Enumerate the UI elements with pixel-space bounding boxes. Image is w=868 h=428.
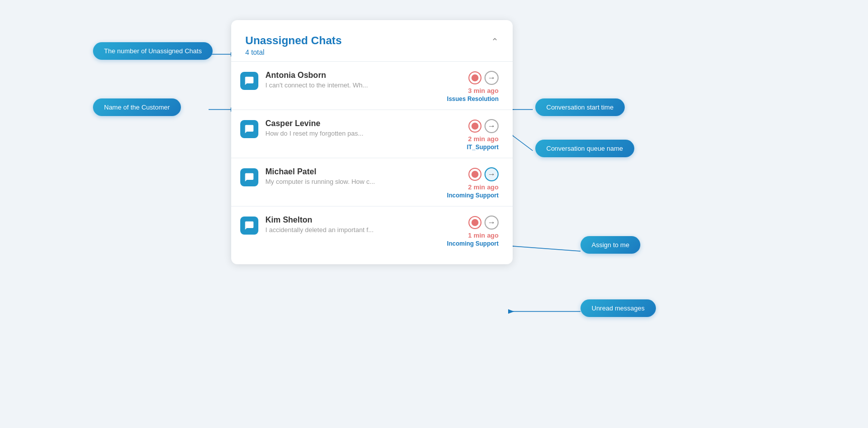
- chat-preview: My computer is running slow. How c...: [265, 178, 426, 185]
- annotation-unassigned-count: The number of Unassigned Chats: [93, 42, 213, 60]
- unread-dot: [468, 168, 481, 181]
- panel-bottom-space: [231, 254, 513, 264]
- chat-preview: I can't connect to the internet. Wh...: [265, 81, 426, 89]
- chat-icon: [240, 120, 258, 138]
- chat-queue: Issues Resolution: [447, 95, 499, 102]
- assign-button[interactable]: →: [485, 71, 499, 85]
- chat-info: Casper Levine How do I reset my forgotte…: [265, 119, 448, 137]
- chat-info: Kim Shelton I accidentally deleted an im…: [265, 216, 442, 234]
- chat-actions: →: [468, 167, 499, 181]
- chat-queue: IT_Support: [467, 144, 499, 151]
- unread-dot: [468, 71, 481, 84]
- chat-icon: [240, 168, 258, 186]
- unread-dot-inner: [471, 123, 478, 130]
- chat-meta: → 2 min ago Incoming Support: [447, 167, 499, 199]
- page-container: The number of Unassigned Chats Name of t…: [0, 0, 868, 428]
- annotation-customer-name: Name of the Customer: [93, 98, 181, 116]
- chat-row[interactable]: Antonia Osborn I can't connect to the in…: [231, 61, 513, 110]
- chat-row[interactable]: Kim Shelton I accidentally deleted an im…: [231, 206, 513, 254]
- annotation-conversation-start-time: Conversation start time: [535, 98, 625, 116]
- panel-header: Unassigned Chats 4 total ⌃: [231, 20, 513, 61]
- chat-name: Kim Shelton: [265, 216, 442, 225]
- chat-time: 2 min ago: [468, 135, 499, 143]
- chat-actions: →: [468, 119, 499, 133]
- chat-queue: Incoming Support: [447, 192, 499, 199]
- chat-list: Antonia Osborn I can't connect to the in…: [231, 61, 513, 254]
- chat-icon: [240, 217, 258, 235]
- chat-name: Casper Levine: [265, 119, 448, 128]
- chat-panel: Unassigned Chats 4 total ⌃ Antonia Osbor…: [231, 20, 513, 264]
- unread-dot: [468, 216, 481, 229]
- unread-dot-inner: [471, 74, 478, 81]
- chat-actions: →: [468, 71, 499, 85]
- chat-row[interactable]: Michael Patel My computer is running slo…: [231, 158, 513, 206]
- panel-header-left: Unassigned Chats 4 total: [245, 34, 342, 56]
- unread-dot-inner: [471, 171, 478, 178]
- chat-preview: How do I reset my forgotten pas...: [265, 130, 426, 137]
- chat-meta: → 1 min ago Incoming Support: [447, 216, 499, 247]
- chat-bubble-icon: [244, 124, 254, 134]
- svg-line-3: [513, 136, 533, 151]
- annotation-unread-messages: Unread messages: [581, 299, 656, 317]
- chat-meta: → 3 min ago Issues Resolution: [447, 71, 499, 102]
- chat-bubble-icon: [244, 76, 254, 86]
- chat-name: Antonia Osborn: [265, 71, 442, 80]
- chat-row[interactable]: Casper Levine How do I reset my forgotte…: [231, 110, 513, 158]
- panel-title: Unassigned Chats: [245, 34, 342, 47]
- svg-line-4: [513, 246, 581, 251]
- chat-bubble-icon: [244, 172, 254, 182]
- annotation-assign-to-me[interactable]: Assign to me: [581, 236, 640, 254]
- chat-meta: → 2 min ago IT_Support: [453, 119, 499, 151]
- chat-actions: →: [468, 216, 499, 230]
- chat-preview: I accidentally deleted an important f...: [265, 226, 426, 234]
- chat-icon: [240, 72, 258, 90]
- annotation-conversation-queue-name: Conversation queue name: [535, 140, 634, 157]
- assign-button[interactable]: →: [485, 216, 499, 230]
- panel-collapse-button[interactable]: ⌃: [491, 36, 499, 47]
- chat-time: 3 min ago: [468, 87, 499, 94]
- chat-time: 2 min ago: [468, 183, 499, 191]
- chat-queue: Incoming Support: [447, 240, 499, 247]
- chat-bubble-icon: [244, 221, 254, 231]
- chat-info: Michael Patel My computer is running slo…: [265, 167, 442, 185]
- chat-time: 1 min ago: [468, 232, 499, 239]
- panel-subtitle: 4 total: [245, 48, 342, 56]
- chat-name: Michael Patel: [265, 167, 442, 176]
- chat-info: Antonia Osborn I can't connect to the in…: [265, 71, 442, 89]
- assign-button[interactable]: →: [485, 119, 499, 133]
- assign-button-highlighted[interactable]: →: [485, 167, 499, 181]
- unread-dot-inner: [471, 219, 478, 226]
- unread-dot: [468, 120, 481, 133]
